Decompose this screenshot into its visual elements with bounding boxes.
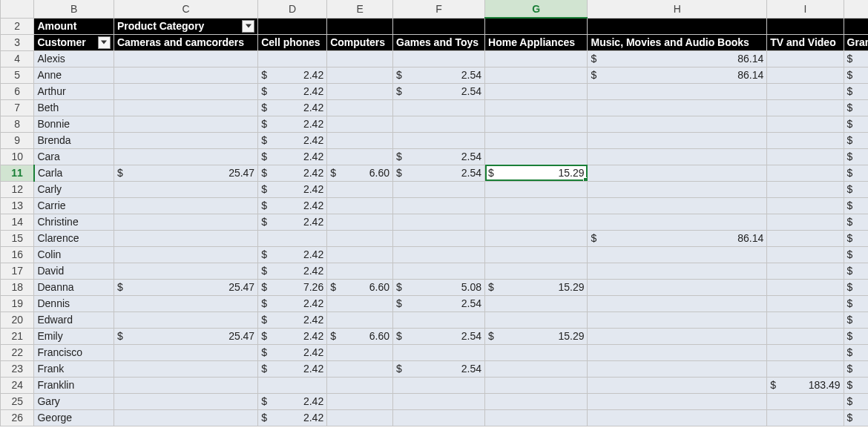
column-header-I[interactable]: I [767, 0, 844, 18]
cell-E20[interactable]: $ [327, 312, 393, 328]
row-header-3[interactable]: 3 [1, 34, 34, 50]
cell-I12[interactable]: $ [767, 181, 844, 197]
customer-name-cell[interactable]: Franklin [34, 377, 114, 393]
pivot-values-field[interactable]: Amount [34, 18, 114, 34]
row-header-25[interactable]: 25 [1, 393, 34, 409]
column-header-home-appliances[interactable]: Home Appliances [485, 34, 588, 50]
cell-C20[interactable]: $ [114, 312, 257, 328]
cell-I4[interactable]: $ [767, 50, 844, 67]
cell-I10[interactable]: $ [767, 148, 844, 165]
cell-I11[interactable]: $ [767, 165, 844, 181]
cell-F14[interactable]: $ [393, 214, 485, 230]
cell-G26[interactable]: $ [485, 409, 588, 426]
cell-F4[interactable]: $ [393, 50, 485, 67]
cell-F26[interactable]: $ [393, 409, 485, 426]
cell-H16[interactable]: $ [588, 246, 767, 263]
cell-J13[interactable]: $2. [844, 197, 868, 214]
cell-E16[interactable]: $ [327, 246, 393, 263]
cell-I13[interactable]: $ [767, 197, 844, 214]
cell-G14[interactable]: $ [485, 214, 588, 230]
cell-F12[interactable]: $ [393, 181, 485, 197]
column-header-F[interactable]: F [393, 0, 485, 18]
customer-name-cell[interactable]: Carrie [34, 197, 114, 214]
customer-name-cell[interactable]: Anne [34, 67, 114, 83]
cell-C8[interactable]: $ [114, 116, 257, 132]
cell-H19[interactable]: $ [588, 295, 767, 312]
row-header-17[interactable]: 17 [1, 263, 34, 279]
cell-E18[interactable]: $6.60 [327, 279, 393, 295]
cell-C26[interactable]: $ [114, 409, 257, 426]
row-header-13[interactable]: 13 [1, 197, 34, 214]
cell-H15[interactable]: $86.14 [588, 230, 767, 246]
cell-J22[interactable]: $2. [844, 344, 868, 360]
row-header-26[interactable]: 26 [1, 409, 34, 426]
column-header-J[interactable]: J [844, 0, 868, 18]
cell-F2[interactable] [393, 18, 485, 34]
cell-G22[interactable]: $ [485, 344, 588, 360]
cell-E19[interactable]: $ [327, 295, 393, 312]
customer-name-cell[interactable]: Arthur [34, 83, 114, 99]
cell-H23[interactable]: $ [588, 360, 767, 377]
row-header-16[interactable]: 16 [1, 246, 34, 263]
cell-G5[interactable]: $ [485, 67, 588, 83]
cell-H24[interactable]: $ [588, 377, 767, 393]
cell-I7[interactable]: $ [767, 99, 844, 116]
cell-I21[interactable]: $ [767, 328, 844, 344]
pivot-columns-field[interactable]: Product Category [114, 18, 257, 34]
cell-C21[interactable]: $25.47 [114, 328, 257, 344]
cell-I26[interactable]: $ [767, 409, 844, 426]
spreadsheet-viewport[interactable]: BCDEFGHIJ 2AmountProduct Category3Custom… [0, 0, 868, 445]
cell-E12[interactable]: $ [327, 181, 393, 197]
cell-H18[interactable]: $ [588, 279, 767, 295]
cell-D18[interactable]: $7.26 [258, 279, 327, 295]
cell-J21[interactable]: $52. [844, 328, 868, 344]
cell-F16[interactable]: $ [393, 246, 485, 263]
row-header-22[interactable]: 22 [1, 344, 34, 360]
row-header-9[interactable]: 9 [1, 132, 34, 148]
cell-C23[interactable]: $ [114, 360, 257, 377]
select-all-corner[interactable] [1, 0, 34, 18]
cell-E7[interactable]: $ [327, 99, 393, 116]
cell-I14[interactable]: $ [767, 214, 844, 230]
cell-H5[interactable]: $86.14 [588, 67, 767, 83]
row-header-19[interactable]: 19 [1, 295, 34, 312]
customer-name-cell[interactable]: Edward [34, 312, 114, 328]
cell-F17[interactable]: $ [393, 263, 485, 279]
customer-name-cell[interactable]: Carla [34, 165, 114, 181]
column-header-computers[interactable]: Computers [327, 34, 393, 50]
cell-C17[interactable]: $ [114, 263, 257, 279]
cell-F20[interactable]: $ [393, 312, 485, 328]
cell-F21[interactable]: $2.54 [393, 328, 485, 344]
row-header-6[interactable]: 6 [1, 83, 34, 99]
cell-J2[interactable] [844, 18, 868, 34]
cell-D12[interactable]: $2.42 [258, 181, 327, 197]
cell-D9[interactable]: $2.42 [258, 132, 327, 148]
cell-I9[interactable]: $ [767, 132, 844, 148]
cell-D23[interactable]: $2.42 [258, 360, 327, 377]
cell-C12[interactable]: $ [114, 181, 257, 197]
cell-I22[interactable]: $ [767, 344, 844, 360]
cell-I23[interactable]: $ [767, 360, 844, 377]
customer-name-cell[interactable]: Emily [34, 328, 114, 344]
cell-H2[interactable] [588, 18, 767, 34]
cell-J10[interactable]: $4. [844, 148, 868, 165]
cell-D21[interactable]: $2.42 [258, 328, 327, 344]
customer-name-cell[interactable]: Colin [34, 246, 114, 263]
cell-G24[interactable]: $ [485, 377, 588, 393]
cell-E6[interactable]: $ [327, 83, 393, 99]
cell-G12[interactable]: $ [485, 181, 588, 197]
cell-J5[interactable]: $91. [844, 67, 868, 83]
cell-H4[interactable]: $86.14 [588, 50, 767, 67]
cell-F8[interactable]: $ [393, 116, 485, 132]
cell-C22[interactable]: $ [114, 344, 257, 360]
cell-C18[interactable]: $25.47 [114, 279, 257, 295]
cell-G4[interactable]: $ [485, 50, 588, 67]
cell-E10[interactable]: $ [327, 148, 393, 165]
cell-I20[interactable]: $ [767, 312, 844, 328]
cell-D25[interactable]: $2.42 [258, 393, 327, 409]
customer-name-cell[interactable]: Carly [34, 181, 114, 197]
customer-name-cell[interactable]: Cara [34, 148, 114, 165]
column-header-games-and-toys[interactable]: Games and Toys [393, 34, 485, 50]
cell-I16[interactable]: $ [767, 246, 844, 263]
cell-E8[interactable]: $ [327, 116, 393, 132]
